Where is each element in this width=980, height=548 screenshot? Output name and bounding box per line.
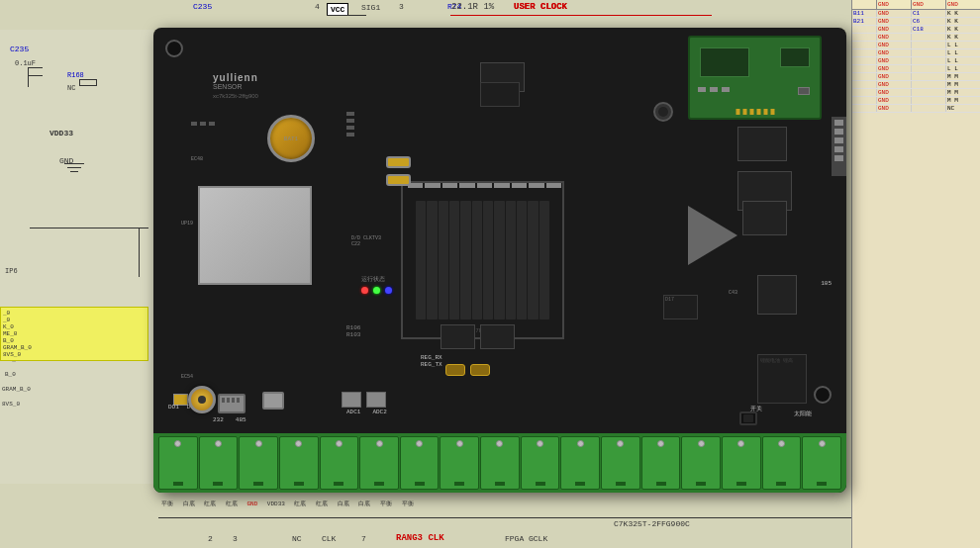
do1-label: DO1	[168, 404, 179, 411]
row-kk-2: K K	[946, 18, 980, 25]
row-kk-1: K K	[946, 10, 980, 17]
switch-cap	[658, 107, 668, 117]
crystal-1	[386, 156, 411, 168]
terminal-pin-3	[255, 440, 262, 447]
row-mm-4: M M	[946, 97, 980, 104]
row-empty-l	[912, 105, 946, 112]
bottom-num-7: 7	[361, 534, 366, 543]
fpga-cell	[539, 201, 549, 320]
table-row: GND C18 K K	[852, 26, 980, 34]
mounting-hole-tl	[165, 40, 183, 57]
label-485: 485	[236, 416, 246, 423]
row-gnd-7: GND	[877, 57, 912, 64]
rf-pin-3	[749, 109, 753, 115]
row-empty-g	[912, 65, 946, 72]
terminal-pin-5	[336, 440, 343, 447]
status-label: 运行状态	[361, 275, 441, 284]
row-empty-4	[852, 49, 877, 56]
row-empty-2	[852, 34, 877, 41]
schematic-bottom: 2 3 NC CLK 7 RANG3 CLK FPGA GCLK C7K325T…	[0, 484, 851, 548]
row-gnd-12: GND	[877, 97, 912, 104]
mounting-hole-br	[814, 386, 832, 404]
inductor-1	[445, 364, 465, 376]
table-row: GND K K	[852, 34, 980, 42]
adc-labels: ADC1 ADC2	[346, 409, 387, 415]
reg-label-1: REG_RX	[421, 354, 442, 361]
solar-label: 太阳能	[794, 410, 812, 418]
fpga-main-chip: XC7K325T	[401, 181, 564, 339]
wire-left-h	[30, 228, 148, 228]
row-gnd-10: GND	[877, 81, 912, 88]
row-empty-3	[852, 42, 877, 48]
led-section: 运行状态	[361, 275, 441, 305]
terminal-pin-17	[819, 440, 826, 447]
smd-cluster-1	[346, 112, 354, 137]
rs232-connector	[218, 394, 245, 413]
rs232-pin-4	[237, 398, 240, 403]
ec48-label: EC48	[191, 156, 203, 162]
label-105: 105	[821, 280, 832, 287]
fpga-cell	[460, 201, 470, 320]
th-gnd3: GND	[946, 0, 980, 9]
terminal-8	[440, 436, 479, 490]
battery-holder: BAT1	[267, 115, 315, 162]
terminal-slot-16	[776, 482, 786, 486]
r103-label: R103	[346, 331, 360, 338]
clk-labels: D/D CLKTV3 C22	[351, 235, 381, 247]
row-empty-i	[912, 81, 946, 88]
8vs-label: 8VS_0	[2, 401, 20, 408]
row-empty-k	[912, 97, 946, 104]
row-gnd-6: GND	[877, 49, 912, 56]
table-body: B11 GND C1 K K B21 GND C6 K K GND C18 K …	[852, 10, 980, 113]
bottom-num-3: 3	[233, 534, 238, 543]
schematic-left: C235 0.1uF R168 NC VDD33 GND IP6 V_0 K_0…	[0, 30, 153, 518]
row-gnd-2: GND	[877, 18, 912, 25]
push-button-bottom	[739, 411, 757, 425]
row-empty-1	[852, 26, 877, 33]
smd-cluster-2	[191, 122, 215, 126]
row-empty-8	[852, 81, 877, 88]
row-gnd-9: GND	[877, 73, 912, 80]
rf-pin-2	[742, 109, 746, 115]
brand-name: yullienn	[213, 72, 322, 83]
tactile-switch	[653, 102, 673, 122]
terminal-15	[722, 436, 761, 490]
bottom-nc: NC	[292, 534, 302, 543]
terminal-pin-8	[456, 440, 463, 447]
nc-label: NC	[67, 84, 75, 92]
terminal-slot-13	[656, 482, 666, 486]
side-pin-1	[834, 120, 843, 126]
pin	[512, 183, 527, 188]
row-empty-10	[852, 97, 877, 104]
terminal-slot-14	[696, 482, 706, 486]
terminal-pin-13	[657, 440, 664, 447]
row-gnd-3: GND	[877, 26, 912, 33]
terminal-slot-9	[495, 482, 505, 486]
rang3-clk: RANG3 CLK	[396, 533, 444, 543]
terminal-row-labels: 平衡 白底 红底 红底 GND VDD33 红底 红底 白底 白底 平衡 平衡	[158, 500, 417, 508]
rs232-pin-3	[232, 398, 235, 403]
bottom-line	[158, 517, 851, 518]
terminal-block-row	[153, 433, 846, 493]
rf-pin-4	[756, 109, 760, 115]
memory-chip: 锂能电池 锂高	[757, 354, 807, 404]
gps-module	[198, 186, 312, 285]
table-row: GND M M	[852, 81, 980, 89]
table-row: GND M M	[852, 73, 980, 81]
table-row: GND L L	[852, 57, 980, 65]
num-4: 4	[315, 2, 320, 11]
row-empty-f	[912, 57, 946, 64]
led-row	[361, 287, 441, 294]
row-ll-1: L L	[946, 42, 980, 48]
side-pin-4	[834, 146, 843, 152]
side-pin-2	[834, 129, 843, 135]
terminal-slot-11	[575, 482, 585, 486]
bottom-clk: CLK	[322, 534, 336, 543]
terminal-pin-15	[737, 440, 744, 447]
wire-top-red	[450, 15, 520, 16]
xilinx-arrow-icon	[688, 206, 737, 265]
fpga-cell	[494, 201, 504, 320]
rf-chip-1	[700, 47, 749, 77]
row-empty-c	[912, 34, 946, 41]
terminal-slot-10	[536, 482, 545, 486]
